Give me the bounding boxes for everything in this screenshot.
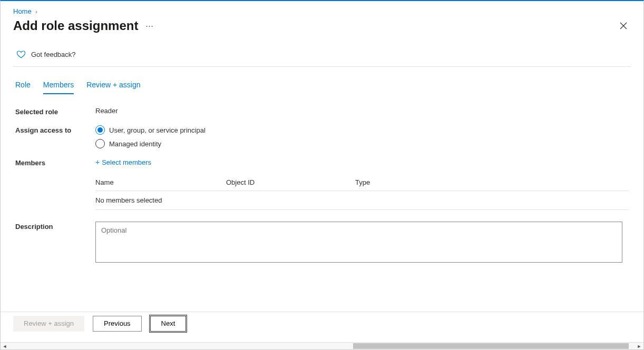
tab-review-assign[interactable]: Review + assign bbox=[86, 77, 140, 94]
horizontal-scrollbar[interactable]: ◄ ► bbox=[1, 342, 643, 349]
previous-button[interactable]: Previous bbox=[93, 316, 142, 332]
radio-user-group-principal[interactable]: User, group, or service principal bbox=[95, 125, 206, 135]
col-name: Name bbox=[95, 178, 226, 186]
radio-managed-identity[interactable]: Managed identity bbox=[95, 139, 206, 148]
description-input[interactable] bbox=[95, 222, 622, 263]
feedback-link[interactable]: Got feedback? bbox=[13, 44, 631, 67]
tab-members[interactable]: Members bbox=[43, 77, 74, 94]
breadcrumb: Home › bbox=[1, 1, 643, 16]
radio-managed-label: Managed identity bbox=[109, 140, 161, 148]
review-assign-button: Review + assign bbox=[13, 316, 84, 332]
members-table-header: Name Object ID Type bbox=[95, 174, 629, 191]
breadcrumb-home[interactable]: Home bbox=[13, 7, 32, 15]
radio-user-label: User, group, or service principal bbox=[109, 126, 206, 134]
chevron-right-icon: › bbox=[35, 8, 37, 15]
more-actions-icon[interactable]: ⋯ bbox=[145, 21, 154, 31]
tab-role[interactable]: Role bbox=[15, 77, 31, 94]
scroll-thumb[interactable] bbox=[353, 343, 629, 349]
close-icon[interactable] bbox=[619, 22, 628, 30]
radio-unchecked-icon bbox=[95, 139, 105, 148]
selected-role-label: Selected role bbox=[15, 107, 95, 116]
feedback-label: Got feedback? bbox=[31, 51, 76, 58]
select-members-link[interactable]: + Select members bbox=[95, 158, 151, 166]
assign-access-label: Assign access to bbox=[15, 125, 95, 134]
page-title: Add role assignment bbox=[13, 18, 138, 33]
description-label: Description bbox=[15, 222, 95, 263]
members-empty-row: No members selected bbox=[95, 191, 629, 210]
footer-bar: Review + assign Previous Next bbox=[1, 312, 643, 335]
radio-checked-icon bbox=[95, 125, 105, 135]
col-object-id: Object ID bbox=[226, 178, 355, 186]
tabs: Role Members Review + assign bbox=[13, 67, 631, 94]
plus-icon: + bbox=[95, 158, 100, 166]
select-members-label: Select members bbox=[102, 158, 151, 166]
scroll-right-arrow-icon[interactable]: ► bbox=[635, 343, 643, 349]
scroll-left-arrow-icon[interactable]: ◄ bbox=[1, 343, 9, 349]
next-button[interactable]: Next bbox=[150, 316, 187, 332]
selected-role-value: Reader bbox=[95, 107, 118, 115]
members-label: Members bbox=[15, 158, 95, 167]
heart-icon bbox=[16, 49, 26, 59]
col-type: Type bbox=[355, 178, 629, 186]
